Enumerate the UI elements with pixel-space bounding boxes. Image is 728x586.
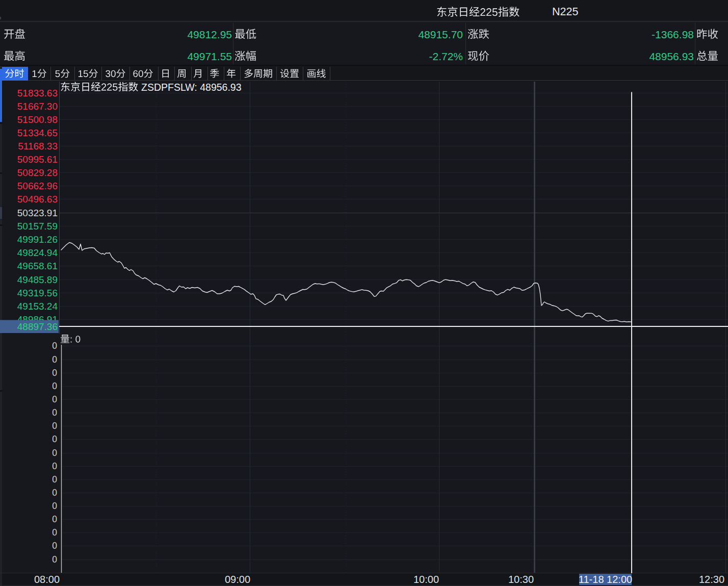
svg-text:0: 0 <box>52 461 57 471</box>
svg-text:0: 0 <box>52 501 57 511</box>
svg-text:50662.96: 50662.96 <box>17 181 58 191</box>
svg-text:49812.95: 49812.95 <box>187 29 232 40</box>
svg-text:-1366.98: -1366.98 <box>652 29 694 40</box>
svg-text:48956.93: 48956.93 <box>649 50 694 62</box>
svg-text:ZSDPFSLW: 48956.93: ZSDPFSLW: 48956.93 <box>141 82 242 93</box>
svg-text:0: 0 <box>52 448 57 458</box>
svg-text:51500.98: 51500.98 <box>17 114 58 125</box>
svg-text:12:30: 12:30 <box>699 574 724 585</box>
svg-text:51833.63: 51833.63 <box>17 88 58 98</box>
svg-text:50496.63: 50496.63 <box>17 194 58 205</box>
svg-text:0: 0 <box>52 421 57 431</box>
svg-text:N225: N225 <box>552 6 578 18</box>
svg-text:0: 0 <box>52 381 57 391</box>
svg-text:48897.36: 48897.36 <box>17 321 58 332</box>
svg-text:0: 0 <box>52 541 57 551</box>
svg-text:49658.61: 49658.61 <box>17 261 58 271</box>
svg-text:0: 0 <box>52 341 57 351</box>
svg-text:50323.91: 50323.91 <box>17 208 58 218</box>
svg-text:08:00: 08:00 <box>34 574 60 585</box>
svg-text:0: 0 <box>52 488 57 498</box>
svg-text:49824.94: 49824.94 <box>17 247 58 258</box>
svg-text:49319.56: 49319.56 <box>17 288 58 298</box>
svg-text:50995.61: 50995.61 <box>17 154 58 165</box>
svg-text:10:30: 10:30 <box>508 574 534 585</box>
svg-text:11-18 12:00: 11-18 12:00 <box>579 574 632 585</box>
svg-text:50157.59: 50157.59 <box>17 221 58 232</box>
svg-text:09:00: 09:00 <box>225 574 250 585</box>
svg-text:0: 0 <box>52 514 57 524</box>
svg-text:50829.28: 50829.28 <box>17 167 58 178</box>
svg-text:0: 0 <box>52 554 57 565</box>
svg-text:49153.24: 49153.24 <box>17 301 58 312</box>
svg-text:0: 0 <box>52 434 57 444</box>
svg-text:0: 0 <box>52 368 57 378</box>
svg-text:49971.55: 49971.55 <box>187 50 232 62</box>
svg-text:0: 0 <box>52 527 57 538</box>
svg-text:10:00: 10:00 <box>413 574 439 585</box>
svg-text:51168.33: 51168.33 <box>18 141 58 151</box>
svg-text:0: 0 <box>52 474 57 485</box>
svg-text:0: 0 <box>52 407 57 418</box>
svg-text:51334.65: 51334.65 <box>17 128 58 138</box>
svg-text:48915.70: 48915.70 <box>418 29 463 40</box>
svg-text:49485.89: 49485.89 <box>17 274 58 285</box>
svg-text:0: 0 <box>52 394 57 404</box>
svg-text:0: 0 <box>52 354 57 365</box>
svg-text:51667.30: 51667.30 <box>17 101 58 112</box>
svg-text:49991.26: 49991.26 <box>17 234 58 245</box>
svg-text:-2.72%: -2.72% <box>429 50 463 62</box>
